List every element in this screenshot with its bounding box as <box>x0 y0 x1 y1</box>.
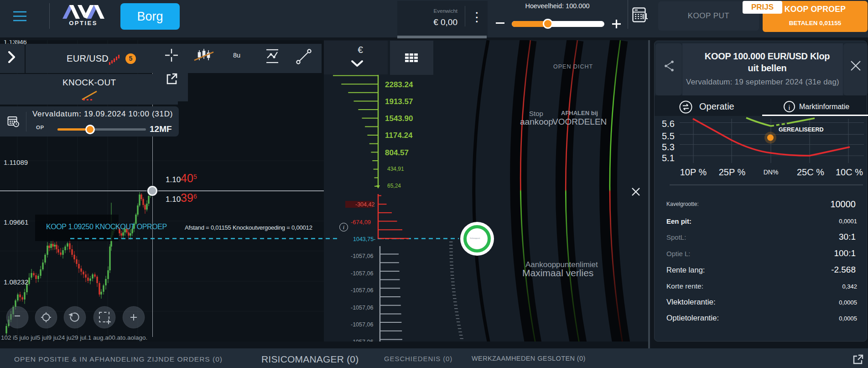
svg-text:8u: 8u <box>233 52 240 59</box>
